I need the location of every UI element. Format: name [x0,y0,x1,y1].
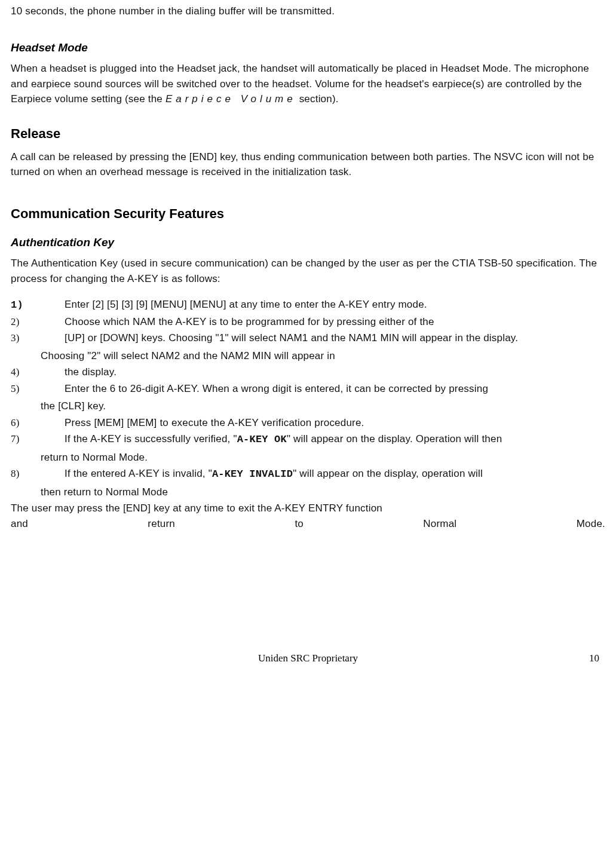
page-footer: Uniden SRC Proprietary 10 [11,651,605,666]
step-4: 4)the display. [11,364,605,380]
step-3-text: [UP] or [DOWN] keys. Choosing "1" will s… [65,332,518,344]
step-5-cont: the [CLR] key. [11,399,605,414]
step-num-3: 3) [11,330,65,346]
step-1: 1)Enter [2] [5] [3] [9] [MENU] [MENU] at… [11,297,605,313]
step-7: 7)If the A-KEY is successfully verified,… [11,431,605,448]
auth-steps-list: 1)Enter [2] [5] [3] [9] [MENU] [MENU] at… [11,297,605,346]
page-number: 10 [589,651,599,666]
step-num-4: 4) [11,364,65,380]
heading-auth-key: Authentication Key [11,234,605,252]
step-num-7: 7) [11,431,65,447]
step-1-text: Enter [2] [5] [3] [9] [MENU] [MENU] at a… [65,299,427,310]
headset-paragraph: When a headset is plugged into the Heads… [11,61,605,107]
release-paragraph: A call can be released by pressing the [… [11,149,605,180]
step-2-text: Choose which NAM the A-KEY is to be prog… [65,316,434,327]
step-4-text: the display. [65,366,117,378]
step-2: 2)Choose which NAM the A-KEY is to be pr… [11,314,605,330]
step-7-cont: return to Normal Mode. [11,450,605,465]
auth-intro: The Authentication Key (used in secure c… [11,256,605,286]
footer-center-text: Uniden SRC Proprietary [258,652,358,664]
auth-steps-list-2: 4)the display. 5)Enter the 6 to 26-digit… [11,364,605,396]
akey-invalid-label: A-KEY INVALID [212,468,293,480]
step-num-6: 6) [11,415,65,431]
step-num-8: 8) [11,466,65,482]
headset-text-b: section). [296,93,339,105]
heading-headset-mode: Headset Mode [11,39,605,57]
step-7-text-b: " will appear on the display. Operation … [287,433,502,445]
step-3: 3)[UP] or [DOWN] keys. Choosing "1" will… [11,330,605,346]
auth-tail-1: The user may press the [END] key at any … [11,501,605,516]
step-8-text-a: If the entered A-KEY is invalid, " [65,468,212,479]
auth-steps-list-3: 6)Press [MEM] [MEM] to execute the A-KEY… [11,415,605,448]
step-8: 8)If the entered A-KEY is invalid, "A-KE… [11,466,605,482]
step-5-text: Enter the 6 to 26-digit A-KEY. When a wr… [65,383,488,394]
step-8-text-b: " will appear on the display, operation … [293,468,483,479]
step-6-text: Press [MEM] [MEM] to execute the A-KEY v… [65,417,364,428]
auth-tail-2: and return to Normal Mode. [11,516,605,532]
heading-release: Release [11,124,605,143]
step-num-5: 5) [11,381,65,397]
step-num-2: 2) [11,314,65,330]
step-6: 6)Press [MEM] [MEM] to execute the A-KEY… [11,415,605,431]
step-5: 5)Enter the 6 to 26-digit A-KEY. When a … [11,381,605,397]
step-num-1: 1) [11,298,65,313]
step-7-text-a: If the A-KEY is successfully verified, " [65,433,237,445]
akey-ok-label: A-KEY OK [237,434,287,445]
heading-comm-security: Communication Security Features [11,204,605,223]
earpiece-volume-ref: Earpiece Volume [166,93,296,105]
step-8-cont: then return to Normal Mode [11,485,605,500]
intro-fragment: 10 seconds, the phone number in the dial… [11,4,605,19]
auth-steps-list-4: 8)If the entered A-KEY is invalid, "A-KE… [11,466,605,482]
step-3-cont: Choosing "2" will select NAM2 and the NA… [11,348,605,364]
